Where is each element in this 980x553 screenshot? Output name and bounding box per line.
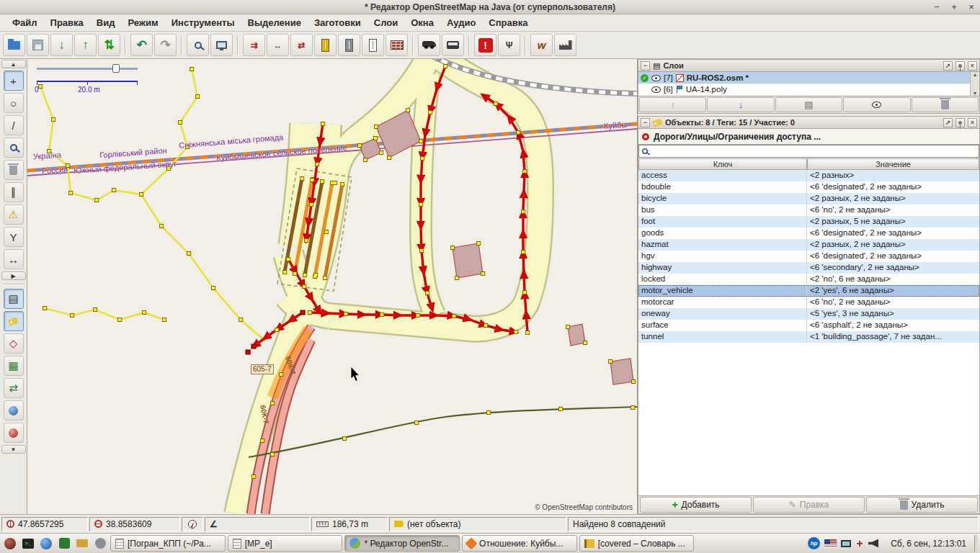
launcher-icon-1[interactable] [2,536,18,552]
zoom-tool-button[interactable] [4,138,24,158]
add-tag-button[interactable]: + Добавить [640,497,752,513]
preset-bus-button[interactable] [442,34,464,56]
security-shield-icon[interactable] [855,539,864,548]
update-data-button[interactable]: ⇅ [98,34,120,56]
preset-row[interactable]: Дороги/Улицы/Ограничения доступа ... [638,129,980,145]
open-button[interactable] [3,34,25,56]
scroll-up-button[interactable]: ▲ [1,60,26,68]
taskbar-window-dictionary[interactable]: [covered – Словарь ... [579,535,695,552]
tag-row[interactable]: bdouble<6 'designated', 2 не заданы> [638,181,979,193]
download-button[interactable]: ↓ [50,34,73,56]
layer-row-active[interactable]: ✓ [7] RU-ROS2.osm * [638,72,979,84]
visibility-eye-icon[interactable] [651,75,661,81]
display-tray-icon[interactable] [841,540,851,547]
files-icon[interactable] [74,536,90,552]
menu-tools[interactable]: Инструменты [165,14,241,32]
preset-reverse-button[interactable]: ⇄ [290,34,313,56]
relations-dialog-button[interactable]: ◇ [4,333,24,354]
save-button[interactable] [27,34,49,56]
validate-tool-button[interactable]: ⚠ [4,204,24,225]
delete-layer-button[interactable] [912,97,979,112]
lasso-tool-button[interactable]: ○ [4,93,24,113]
terminal-icon[interactable]: >_ [20,536,36,552]
maximize-button[interactable]: + [945,1,963,14]
split-tool-button[interactable]: Y [4,227,24,247]
show-desktop-button[interactable] [974,535,978,552]
minimize-button[interactable]: − [928,1,945,14]
launcher-icon-3[interactable] [92,536,108,552]
scroll-down-icon[interactable]: ▼ [971,91,979,96]
tag-row[interactable]: tunnel<1 'building_passage', 7 не задан.… [638,331,979,343]
browser-icon[interactable] [38,536,54,552]
preset-wall-button[interactable] [386,34,408,56]
redo-button[interactable]: ↷ [154,34,177,56]
key-column-header[interactable]: Ключ [638,158,807,170]
menu-file[interactable]: Файл [6,14,44,32]
pin-icon[interactable] [956,61,965,71]
tag-row[interactable]: motorcar<6 'no', 2 не заданы> [638,297,979,308]
layers-dialog-button[interactable]: ▤ [4,289,24,309]
upload-button[interactable]: ↑ [74,34,97,56]
tag-row[interactable]: access<2 разных> [638,170,979,181]
menu-mode[interactable]: Режим [121,14,164,32]
map-view[interactable]: Україна Россия Горлівський район Южный ф… [27,59,637,514]
scroll-down-button[interactable]: ▼ [1,445,26,454]
tag-filter-input[interactable] [638,145,979,158]
tag-row[interactable]: goods<6 'designated', 2 не заданы> [638,228,979,239]
taskbar-window-relation[interactable]: Отношение: Куйбы... [462,535,577,552]
detach-icon[interactable]: ↗ [943,118,953,127]
tags-dialog-button[interactable] [4,311,24,331]
close-panel-icon[interactable]: × [968,61,977,71]
undo-button[interactable]: ↶ [130,34,153,56]
menu-presets[interactable]: Заготовки [308,14,368,32]
preset-restaurant-button[interactable]: Ψ [498,34,520,56]
edit-tag-button[interactable]: ✎ Правка [753,497,865,513]
launcher-icon-2[interactable] [56,536,72,552]
menu-windows[interactable]: Окна [404,14,440,32]
layer-list-scrollbar[interactable]: ▲ ▼ [970,72,979,96]
tag-row[interactable]: locked<2 'no', 6 не заданы> [638,274,979,285]
layer-down-button[interactable]: ↓ [707,97,774,112]
title-bar[interactable]: * Редактор OpenStreetMap на Java (от суп… [0,0,980,14]
clock[interactable]: Сб, 6 сен, 12:13:01 [885,539,972,549]
taskbar-window-1[interactable]: [Погран_КПП (~/Ра... [110,535,226,552]
toggle-visibility-button[interactable] [843,97,910,112]
tag-row[interactable]: foot<2 разных, 5 не заданы> [638,216,979,228]
changeset-dialog-button[interactable]: ⇄ [4,378,24,398]
visibility-eye-icon[interactable] [651,86,661,93]
zoom-slider-handle[interactable] [112,64,120,73]
tag-row[interactable]: highway<6 'secondary', 2 не заданы> [638,262,979,274]
menu-layers[interactable]: Слои [368,14,404,32]
preset-car-button[interactable] [418,34,440,56]
tag-row[interactable]: bicycle<2 разных, 2 не заданы> [638,193,979,204]
minimap-button[interactable]: ▦ [4,356,24,376]
collapse-icon[interactable]: − [641,61,650,71]
menu-edit[interactable]: Правка [44,14,90,32]
preset-waterway-button[interactable]: w [530,34,553,56]
preset-road-button[interactable] [338,34,360,56]
taskbar-window-2[interactable]: [MP_e] [228,535,343,552]
draw-tool-button[interactable]: / [4,115,24,135]
extrude-tool-button[interactable]: ↔ [4,249,24,269]
preset-twoway-button[interactable]: ↔ [267,34,289,56]
osm-account-button[interactable] [4,423,24,443]
select-tool-button[interactable]: + [4,71,24,91]
menu-selection[interactable]: Выделение [241,14,308,32]
tag-row[interactable]: hazmat<2 разных, 2 не заданы> [638,239,979,251]
merge-layer-button[interactable]: ▤ [775,97,842,112]
tag-row-selected[interactable]: motor_vehicle<2 'yes', 6 не заданы> [638,285,979,297]
more-tools-button[interactable]: ▶ [1,271,26,280]
close-panel-icon[interactable]: × [968,118,977,127]
tag-row[interactable]: bus<6 'no', 2 не заданы> [638,204,979,216]
preset-hazard-button[interactable]: ! [474,34,496,56]
delete-tag-button[interactable]: Удалить [866,497,978,513]
scroll-up-icon[interactable]: ▲ [971,72,979,77]
menu-view[interactable]: Вид [90,14,122,32]
zoom-selection-button[interactable] [187,34,209,56]
hp-tray-icon[interactable]: hp [808,537,820,549]
preset-industrial-button[interactable] [554,34,576,56]
preset-highway-button[interactable] [314,34,337,56]
user-info-button[interactable] [4,400,24,421]
collapse-icon[interactable]: − [641,118,650,127]
layer-row[interactable]: [6] UA-14.poly [638,84,979,95]
